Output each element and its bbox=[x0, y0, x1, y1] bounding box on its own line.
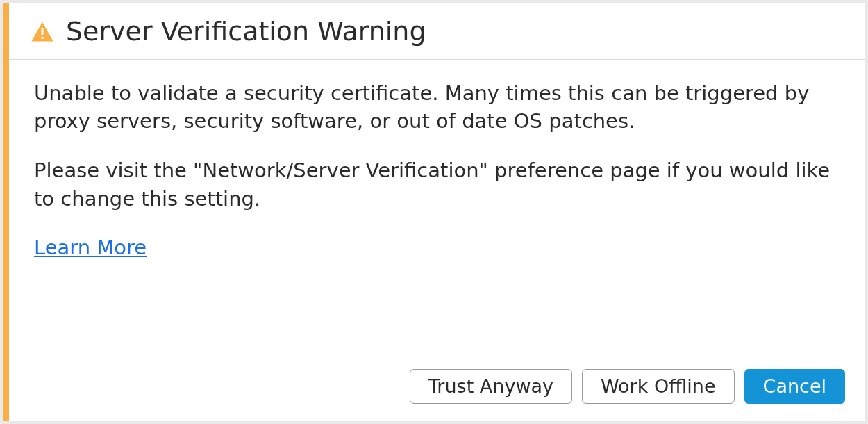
dialog-button-row: Trust Anyway Work Offline Cancel bbox=[9, 357, 865, 421]
dialog-accent-bar bbox=[3, 3, 9, 421]
svg-rect-1 bbox=[42, 37, 44, 39]
dialog-body: Server Verification Warning Unable to va… bbox=[9, 3, 865, 421]
dialog-content: Unable to validate a security certificat… bbox=[9, 60, 865, 357]
dialog-paragraph-2: Please visit the "Network/Server Verific… bbox=[34, 156, 840, 213]
dialog-header: Server Verification Warning bbox=[9, 3, 865, 60]
cancel-button[interactable]: Cancel bbox=[744, 369, 845, 404]
dialog-paragraph-1: Unable to validate a security certificat… bbox=[34, 79, 840, 136]
server-verification-warning-dialog: Server Verification Warning Unable to va… bbox=[3, 3, 865, 421]
trust-anyway-button[interactable]: Trust Anyway bbox=[410, 369, 572, 404]
warning-triangle-icon bbox=[30, 19, 55, 44]
dialog-title: Server Verification Warning bbox=[66, 17, 426, 47]
work-offline-button[interactable]: Work Offline bbox=[582, 369, 735, 404]
learn-more-link[interactable]: Learn More bbox=[34, 236, 147, 259]
svg-rect-0 bbox=[42, 28, 44, 35]
